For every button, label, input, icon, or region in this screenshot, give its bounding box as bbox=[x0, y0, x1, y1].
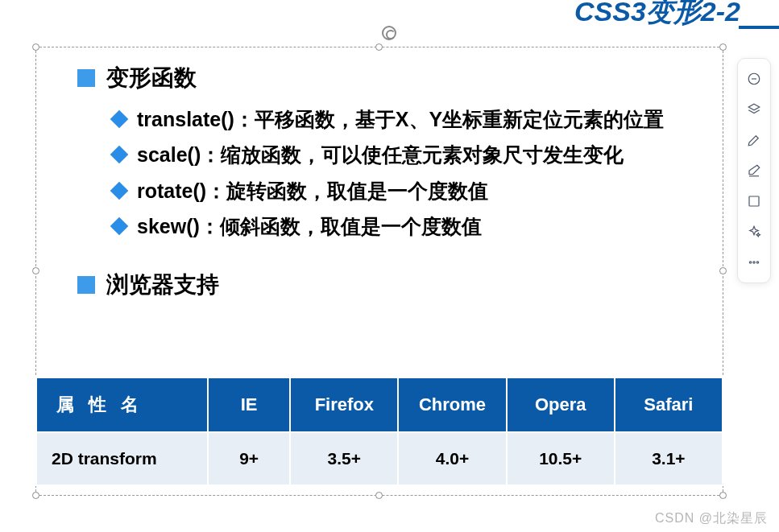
section-transform-functions: 变形函数 bbox=[77, 63, 730, 93]
resize-handle-ml[interactable] bbox=[32, 267, 39, 274]
svg-point-7 bbox=[756, 262, 758, 263]
eraser-icon bbox=[747, 163, 761, 178]
list-item: translate()：平移函数，基于X、Y坐标重新定位元素的位置 bbox=[113, 105, 730, 134]
table-cell: 2D transform bbox=[36, 432, 208, 485]
layers-icon bbox=[747, 102, 761, 117]
table-cell: 3.1+ bbox=[615, 432, 723, 485]
function-text: skew()：倾斜函数，取值是一个度数值 bbox=[137, 212, 482, 241]
resize-handle-tr[interactable] bbox=[719, 43, 727, 51]
section-browser-support: 浏览器支持 bbox=[77, 270, 730, 300]
table-header: Chrome bbox=[398, 377, 506, 432]
sparkle-icon bbox=[747, 225, 761, 239]
browser-support-table: 属 性 名 IE Firefox Chrome Opera Safari 2D … bbox=[35, 377, 723, 486]
table-header: IE bbox=[208, 377, 290, 432]
table-cell: 3.5+ bbox=[290, 432, 398, 485]
table-header: 属 性 名 bbox=[36, 377, 208, 432]
square-bullet-icon bbox=[77, 276, 95, 294]
resize-handle-tm[interactable] bbox=[375, 43, 383, 51]
square-bullet-icon bbox=[77, 69, 95, 87]
table-cell: 10.5+ bbox=[507, 432, 615, 485]
brush-icon bbox=[747, 133, 761, 147]
diamond-bullet-icon bbox=[110, 146, 129, 164]
table-header: Opera bbox=[507, 377, 615, 432]
brush-button[interactable] bbox=[741, 127, 767, 153]
diamond-bullet-icon bbox=[110, 217, 129, 235]
table-header-row: 属 性 名 IE Firefox Chrome Opera Safari bbox=[36, 377, 723, 432]
table-row: 2D transform 9+ 3.5+ 4.0+ 10.5+ 3.1+ bbox=[36, 432, 723, 485]
rotate-handle-icon[interactable] bbox=[382, 26, 396, 40]
slide-content: 变形函数 translate()：平移函数，基于X、Y坐标重新定位元素的位置 s… bbox=[77, 63, 730, 311]
diamond-bullet-icon bbox=[110, 181, 129, 200]
frame-button[interactable] bbox=[741, 188, 767, 214]
watermark: CSDN @北染星辰 bbox=[655, 510, 768, 527]
table-cell: 4.0+ bbox=[398, 432, 506, 485]
function-text: scale()：缩放函数，可以使任意元素对象尺寸发生变化 bbox=[137, 140, 624, 169]
list-item: skew()：倾斜函数，取值是一个度数值 bbox=[113, 212, 730, 241]
layers-button[interactable] bbox=[741, 97, 767, 122]
more-icon bbox=[747, 255, 761, 270]
svg-rect-4 bbox=[749, 196, 759, 206]
resize-handle-bl[interactable] bbox=[32, 492, 39, 499]
eraser-button[interactable] bbox=[741, 158, 767, 184]
table-header: Safari bbox=[615, 377, 723, 432]
table-cell: 9+ bbox=[208, 432, 290, 485]
list-item: scale()：缩放函数，可以使任意元素对象尺寸发生变化 bbox=[113, 140, 730, 169]
svg-marker-2 bbox=[748, 104, 760, 110]
resize-handle-tl[interactable] bbox=[32, 43, 39, 51]
section-title: 浏览器支持 bbox=[106, 270, 219, 300]
page-title: CSS3变形2-2 bbox=[574, 0, 740, 31]
table-header: Firefox bbox=[290, 377, 398, 432]
function-text: translate()：平移函数，基于X、Y坐标重新定位元素的位置 bbox=[137, 105, 664, 134]
function-text: rotate()：旋转函数，取值是一个度数值 bbox=[137, 176, 488, 205]
minus-circle-icon bbox=[747, 72, 761, 86]
function-list: translate()：平移函数，基于X、Y坐标重新定位元素的位置 scale(… bbox=[113, 105, 730, 241]
section-title: 变形函数 bbox=[106, 63, 197, 93]
magic-button[interactable] bbox=[741, 219, 767, 245]
resize-handle-br[interactable] bbox=[719, 492, 727, 499]
frame-icon bbox=[747, 194, 761, 208]
svg-point-5 bbox=[749, 262, 751, 263]
more-button[interactable] bbox=[741, 250, 767, 275]
title-underline bbox=[739, 26, 779, 29]
diamond-bullet-icon bbox=[110, 110, 129, 129]
resize-handle-bm[interactable] bbox=[375, 492, 383, 499]
list-item: rotate()：旋转函数，取值是一个度数值 bbox=[113, 176, 730, 205]
zoom-out-button[interactable] bbox=[741, 66, 767, 92]
svg-point-6 bbox=[753, 262, 755, 263]
side-toolbar bbox=[737, 58, 771, 283]
